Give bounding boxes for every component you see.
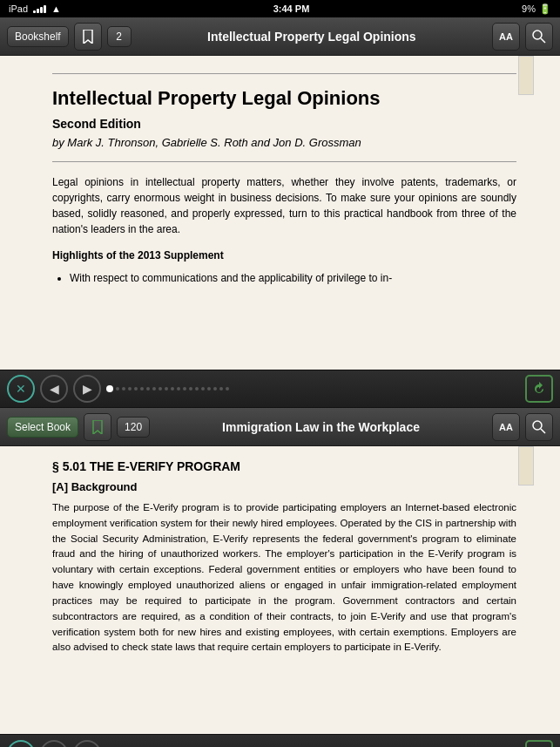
status-right: 9% 🔋 — [522, 3, 551, 15]
bookmark-ribbon-top — [518, 56, 534, 95]
bookmark-ribbon-bottom — [518, 446, 534, 486]
bottom-toolbar-left: Select Book 120 — [7, 413, 150, 441]
book-title: Intellectual Property Legal Opinions — [52, 87, 516, 110]
signal-bar-2 — [37, 9, 39, 13]
carrier-label: iPad — [9, 3, 28, 14]
signal-bar-4 — [44, 5, 46, 13]
playback-bar-top: ✕ ◀ ▶ — [0, 370, 560, 408]
book-body-bottom: The purpose of the E-Verify program is t… — [52, 500, 516, 655]
book-body-top: Legal opinions in intellectual property … — [52, 174, 516, 286]
playback-bar-bottom: ✕ ◀ ▶ — [0, 734, 560, 747]
bottom-toolbar-right: AA — [492, 413, 553, 441]
bookmark-icon-bottom[interactable] — [84, 413, 111, 441]
progress-dot-17 — [213, 387, 217, 390]
divider-top — [52, 73, 516, 74]
svg-point-0 — [533, 31, 542, 39]
top-toolbar: Bookshelf 2 Intellectual Property Legal … — [0, 17, 560, 56]
progress-dot-7 — [152, 387, 156, 390]
progress-dot-15 — [201, 387, 205, 390]
book-panel-top: Intellectual Property Legal Opinions Sec… — [0, 56, 560, 370]
progress-dot-8 — [159, 387, 162, 390]
play-button-top[interactable]: ▶ — [73, 375, 101, 403]
progress-dot-14 — [195, 387, 199, 390]
status-left: iPad ▲ — [9, 3, 61, 14]
divider-mid — [52, 161, 516, 162]
back-button-top[interactable]: ◀ — [40, 375, 68, 403]
refresh-button-bottom[interactable] — [525, 740, 553, 748]
progress-dot-12 — [183, 387, 186, 390]
stop-button-bottom[interactable]: ✕ — [7, 740, 35, 748]
bullet-item-1: With respect to communications and the a… — [70, 270, 516, 286]
back-button-bottom[interactable]: ◀ — [40, 740, 68, 748]
top-toolbar-title: Intellectual Property Legal Opinions — [132, 30, 492, 44]
play-button-bottom[interactable]: ▶ — [73, 740, 101, 748]
stop-button-top[interactable]: ✕ — [7, 375, 35, 403]
signal-bar-1 — [33, 10, 36, 13]
progress-dot-active — [106, 385, 113, 392]
subsection-title: [A] Background — [52, 480, 516, 493]
bookmark-icon-top[interactable] — [74, 23, 102, 51]
progress-dot-13 — [189, 387, 192, 390]
svg-line-3 — [541, 429, 545, 433]
signal-bars — [33, 5, 46, 13]
progress-dot-10 — [171, 387, 174, 390]
font-size-button-bottom[interactable]: AA — [492, 413, 520, 441]
status-time: 3:44 PM — [273, 3, 310, 14]
book-description: Legal opinions in intellectual property … — [52, 176, 516, 235]
page-number-top: 2 — [107, 26, 132, 47]
progress-dot-9 — [165, 387, 168, 390]
progress-dot-16 — [207, 387, 211, 390]
select-book-button[interactable]: Select Book — [7, 417, 78, 438]
font-size-button-top[interactable]: AA — [492, 23, 520, 51]
book-edition: Second Edition — [52, 117, 516, 131]
progress-dot-3 — [128, 387, 132, 390]
book-content-top: Intellectual Property Legal Opinions Sec… — [0, 56, 560, 370]
section-title: § 5.01 THE E-VERIFY PROGRAM — [52, 459, 516, 473]
bottom-toolbar-title: Immigration Law in the Workplace — [150, 420, 492, 434]
status-bar: iPad ▲ 3:44 PM 9% 🔋 — [0, 0, 560, 17]
progress-dot-1 — [116, 387, 119, 390]
battery-label: 9% — [522, 3, 536, 14]
progress-dot-18 — [219, 387, 223, 390]
progress-dot-4 — [134, 387, 138, 390]
progress-dot-19 — [226, 387, 229, 390]
progress-dots-top — [106, 385, 520, 392]
svg-line-1 — [541, 38, 545, 43]
svg-point-2 — [533, 421, 542, 430]
progress-dot-11 — [177, 387, 180, 390]
book-author: by Mark J. Thronson, Gabrielle S. Roth a… — [52, 136, 516, 149]
top-toolbar-left: Bookshelf 2 — [7, 23, 132, 51]
book-panel-bottom: § 5.01 THE E-VERIFY PROGRAM [A] Backgrou… — [0, 446, 560, 734]
search-icon-bottom[interactable] — [525, 413, 553, 441]
progress-dot-5 — [140, 387, 144, 390]
progress-dot-6 — [146, 387, 150, 390]
refresh-button-top[interactable] — [525, 375, 553, 403]
progress-dot-2 — [122, 387, 125, 390]
wifi-icon: ▲ — [51, 3, 61, 14]
search-icon-top[interactable] — [525, 23, 553, 51]
top-toolbar-right: AA — [492, 23, 553, 51]
bookshelf-button[interactable]: Bookshelf — [7, 26, 69, 47]
highlights-title: Highlights of the 2013 Supplement — [52, 248, 516, 263]
battery-icon: 🔋 — [539, 3, 551, 15]
signal-bar-3 — [40, 7, 43, 13]
page-number-bottom: 120 — [117, 417, 150, 438]
bottom-toolbar: Select Book 120 Immigration Law in the W… — [0, 408, 560, 446]
book-content-bottom: § 5.01 THE E-VERIFY PROGRAM [A] Backgrou… — [0, 446, 560, 734]
